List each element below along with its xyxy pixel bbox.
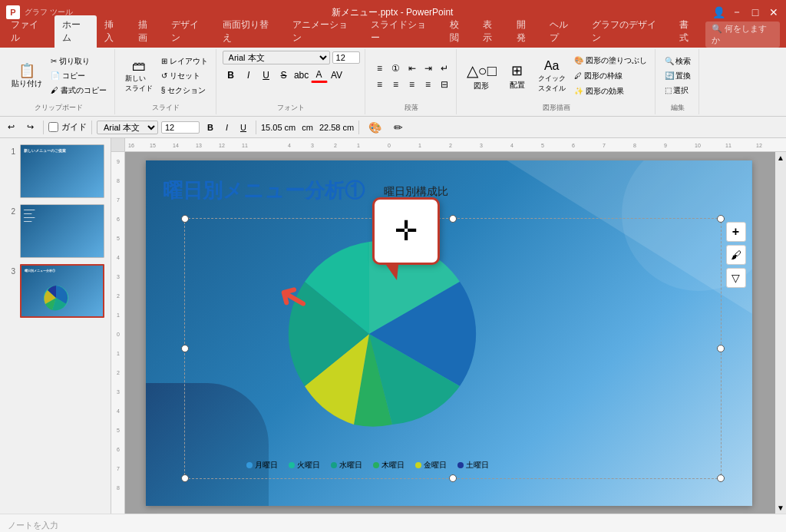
font-name-select[interactable]: Arial 本文	[223, 51, 330, 64]
slide-canvas[interactable]: 曜日別メニュー分析① 曜日別構成比	[146, 160, 752, 506]
format-painter-button[interactable]: 🖌 書式のコピー	[48, 84, 110, 97]
svg-text:12: 12	[756, 143, 762, 148]
fill-color-btn[interactable]: 🎨	[364, 120, 386, 135]
svg-text:0: 0	[117, 332, 120, 337]
align-center-button[interactable]: ≡	[388, 77, 405, 92]
bold-button[interactable]: B	[223, 68, 239, 83]
toolbar-italic[interactable]: I	[221, 121, 233, 134]
guide-checkbox[interactable]	[48, 122, 58, 132]
paste-button[interactable]: 📋 貼り付け	[8, 61, 46, 91]
font-color-button[interactable]: A	[311, 68, 328, 83]
list-bullet-button[interactable]: ≡	[372, 61, 388, 76]
handle-tc[interactable]	[449, 215, 457, 223]
slide-thumb-2[interactable]: 2 ━━━━━━━━━━━━━━━━━━━━━━━━	[5, 204, 106, 258]
add-element-button[interactable]: +	[726, 222, 746, 242]
tab-design[interactable]: デザイン	[163, 15, 215, 48]
tab-review[interactable]: 校閲	[442, 15, 476, 48]
tab-format[interactable]: 書式	[672, 15, 705, 48]
scroll-down-btn[interactable]: ▼	[777, 504, 784, 512]
columns-button[interactable]: ⊟	[436, 77, 453, 92]
arrange-button[interactable]: ⊞ 配置	[502, 60, 533, 93]
strikethrough-button[interactable]: S	[276, 68, 292, 83]
toolbar-underline[interactable]: U	[236, 121, 251, 134]
font-size-input[interactable]	[332, 51, 360, 64]
handle-mr[interactable]	[717, 345, 725, 352]
redo-button[interactable]: ↪	[22, 121, 38, 134]
tab-file[interactable]: ファイル	[3, 15, 54, 48]
chart-container[interactable]: 月曜日 火曜日 水曜日	[184, 218, 722, 479]
list-num-button[interactable]: ①	[388, 61, 405, 76]
legend-label-mon: 月曜日	[255, 460, 278, 471]
tab-draw[interactable]: 描画	[130, 15, 164, 48]
tab-insert[interactable]: 挿入	[97, 15, 130, 48]
profile-btn[interactable]: 👤	[712, 6, 725, 18]
slide-image-2[interactable]: ━━━━━━━━━━━━━━━━━━━━━━━━	[20, 204, 104, 258]
handle-tl[interactable]	[181, 215, 189, 223]
close-btn[interactable]: ✕	[768, 6, 780, 18]
shapes-button[interactable]: △○□ 図形	[463, 59, 500, 94]
layout-button[interactable]: ⊞ レイアウト	[158, 55, 211, 68]
indent-increase-button[interactable]: ⇥	[420, 61, 437, 76]
search-button[interactable]: 🔍 検索	[662, 55, 695, 68]
handle-bl[interactable]	[181, 474, 189, 482]
svg-text:0: 0	[388, 143, 391, 148]
svg-text:6: 6	[572, 143, 575, 148]
handle-ml[interactable]	[181, 345, 189, 352]
drawing-label: 図形描画	[543, 101, 570, 113]
align-left-button[interactable]: ≡	[372, 77, 388, 92]
tab-dev[interactable]: 開発	[509, 15, 543, 48]
handle-tr[interactable]	[717, 215, 725, 223]
toolbar-font-select[interactable]: Arial 本文	[97, 121, 158, 134]
tab-view[interactable]: 表示	[475, 15, 509, 48]
maximize-btn[interactable]: □	[749, 6, 761, 18]
slide-image-3[interactable]: 曜日別メニュー分析①	[20, 264, 104, 318]
toolbar-bold[interactable]: B	[203, 121, 218, 134]
svg-text:6: 6	[117, 216, 120, 222]
copy-button[interactable]: 📄 コピー	[48, 69, 110, 83]
replace-button[interactable]: 🔄 置換	[662, 69, 695, 83]
tab-animation[interactable]: アニメーション	[285, 15, 363, 48]
slide-thumb-3[interactable]: 3 曜日別メニュー分析①	[5, 264, 106, 318]
handle-br[interactable]	[717, 474, 725, 482]
shape-fill-button[interactable]: 🎨 図形の塗りつぶし	[571, 54, 650, 68]
reset-button[interactable]: ↺ リセット	[158, 69, 211, 83]
filter-button[interactable]: ▽	[726, 268, 746, 288]
line-btn[interactable]: ✏	[389, 120, 408, 135]
underline-button[interactable]: U	[258, 68, 275, 83]
legend-item-thu: 木曜日	[373, 460, 405, 471]
svg-text:7: 7	[117, 466, 120, 471]
tab-home[interactable]: ホーム	[54, 15, 97, 48]
tab-help[interactable]: ヘルプ	[542, 15, 584, 48]
cut-button[interactable]: ✂ 切り取り	[48, 55, 110, 68]
legend-dot-thu	[373, 462, 379, 468]
shape-outline-button[interactable]: 🖊 図形の枠線	[571, 69, 650, 83]
paragraph-buttons: ≡ ① ⇤ ⇥ ↵ ≡ ≡ ≡ ≡ ⊟	[372, 61, 451, 92]
new-slide-button[interactable]: 🗃 新しいスライド	[121, 57, 157, 96]
slide-image-1[interactable]: 新しいメニューのご提案	[20, 144, 104, 198]
handle-bc[interactable]	[449, 474, 457, 482]
minimize-btn[interactable]: －	[731, 6, 743, 18]
section-button[interactable]: § セクション	[158, 84, 211, 97]
undo-button[interactable]: ↩	[3, 121, 19, 134]
shadow-button[interactable]: abc	[293, 68, 310, 83]
quick-style-button[interactable]: Aa クイックスタイル	[534, 57, 570, 96]
edit-content: 🔍 検索 🔄 置換 ⬚ 選択	[662, 51, 695, 101]
search-box[interactable]: 🔍 何をしますか	[705, 21, 780, 48]
rtl-button[interactable]: ↵	[436, 61, 453, 76]
char-spacing-button[interactable]: AV	[329, 68, 345, 83]
tab-chart-design[interactable]: グラフのデザイン	[584, 15, 672, 48]
align-justify-button[interactable]: ≡	[420, 77, 437, 92]
toolbar-font-size[interactable]	[161, 121, 200, 134]
slide-thumb-1[interactable]: 1 新しいメニューのご提案	[5, 144, 106, 198]
italic-button[interactable]: I	[240, 68, 257, 83]
indent-decrease-button[interactable]: ⇤	[404, 61, 421, 76]
slides-small-buttons: ⊞ レイアウト ↺ リセット § セクション	[158, 55, 211, 97]
scroll-up-btn[interactable]: ▲	[777, 154, 784, 162]
tab-transition[interactable]: 画面切り替え	[215, 15, 285, 48]
select-button[interactable]: ⬚ 選択	[662, 84, 695, 97]
paint-style-button[interactable]: 🖌	[726, 245, 746, 265]
tab-slideshow[interactable]: スライドショー	[363, 15, 441, 48]
align-right-button[interactable]: ≡	[404, 77, 421, 92]
shape-effect-button[interactable]: ✨ 図形の効果	[571, 84, 650, 98]
notes-area[interactable]: ノートを入力	[0, 514, 786, 532]
